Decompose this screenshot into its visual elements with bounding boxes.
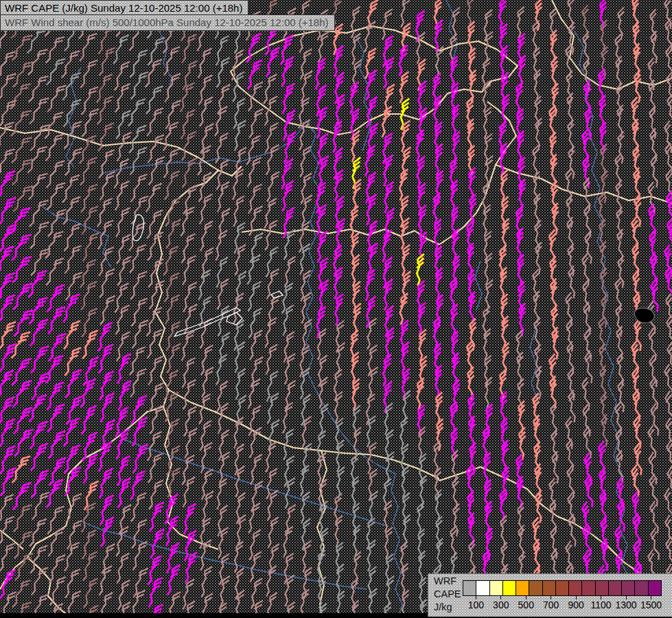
wind-barb	[49, 553, 65, 585]
wind-barb	[202, 593, 213, 613]
wind-barb	[249, 231, 263, 264]
wind-barb	[336, 218, 345, 250]
tick-label: 1500	[640, 599, 662, 610]
wind-barb	[250, 356, 263, 388]
wind-barb	[201, 566, 212, 598]
wind-barb	[80, 58, 97, 90]
wind-barb	[435, 516, 445, 549]
wind-barb	[83, 479, 98, 512]
wind-barb	[12, 356, 32, 388]
wind-barb	[501, 467, 512, 499]
colorbar-cell	[635, 581, 648, 595]
wind-barb	[163, 244, 178, 277]
wind-barb	[45, 34, 65, 66]
wind-barb	[265, 441, 277, 473]
wind-barb	[402, 342, 409, 374]
wind-barb	[517, 401, 529, 433]
wind-barb	[434, 490, 445, 522]
wind-barb	[62, 172, 80, 205]
colorbar-cell	[569, 581, 582, 595]
wind-barb	[452, 504, 463, 536]
wind-barb	[600, 295, 612, 328]
wind-barb	[183, 503, 196, 535]
tick-label: 700	[543, 599, 559, 610]
wind-barb	[0, 541, 15, 573]
colorbar-cell	[649, 581, 661, 595]
wind-barb	[28, 73, 49, 104]
wind-barb	[99, 467, 113, 499]
wind-barb	[130, 47, 148, 80]
title-windshear: WRF Wind shear (m/s) 500/1000hPa Sunday …	[0, 14, 335, 31]
wind-barb	[318, 453, 326, 484]
wind-barb	[598, 95, 609, 128]
wind-barb	[452, 255, 462, 288]
wind-barb	[335, 391, 343, 423]
wind-barb	[466, 119, 476, 151]
wind-barb	[80, 182, 97, 214]
wind-barb	[301, 492, 310, 523]
tick-label: 500	[518, 599, 534, 610]
wind-barb	[148, 354, 163, 387]
wind-barb	[11, 32, 32, 63]
wind-barb	[600, 171, 612, 203]
wind-barb	[616, 380, 629, 412]
wind-barb	[367, 442, 376, 474]
wind-barb	[100, 591, 113, 613]
wind-barb	[66, 394, 82, 426]
wind-barb	[200, 122, 213, 154]
wind-barb	[662, 488, 672, 520]
wind-barb	[67, 518, 82, 551]
colorbar-cell	[543, 581, 556, 595]
wind-barb	[583, 475, 599, 507]
wind-barb	[333, 121, 343, 153]
wind-barb	[384, 603, 392, 613]
wind-barb	[367, 540, 375, 571]
wind-barb	[65, 146, 82, 178]
wind-barb	[29, 419, 47, 451]
river-line	[475, 261, 482, 310]
legend-colorbar	[463, 580, 662, 596]
wind-barb	[115, 206, 130, 238]
wind-barb	[215, 229, 227, 262]
wind-barb	[118, 503, 131, 536]
wind-barb	[164, 71, 181, 104]
wind-barb	[386, 328, 395, 359]
colorbar-cell	[582, 581, 595, 595]
wind-barb	[0, 222, 16, 254]
legend-label-wrf: WRF	[434, 575, 461, 588]
wind-barb	[351, 6, 360, 38]
wind-barb	[614, 154, 626, 186]
wind-barb	[65, 589, 81, 613]
wind-barb	[130, 269, 147, 301]
wind-barb	[599, 538, 613, 571]
wind-barb	[452, 380, 463, 412]
wind-barb	[117, 379, 131, 411]
wind-barb	[63, 221, 81, 253]
wind-barb	[146, 181, 162, 214]
wind-barb	[499, 516, 510, 548]
wind-barb	[399, 45, 408, 77]
wind-barb	[165, 98, 181, 130]
wind-barb	[45, 255, 64, 288]
wind-barb	[64, 540, 80, 573]
wind-barb	[633, 70, 646, 102]
wind-barb	[218, 305, 229, 337]
wind-barb	[264, 317, 277, 349]
wind-barb	[400, 293, 408, 325]
wind-barb	[216, 478, 227, 510]
wind-barb	[484, 107, 491, 139]
wind-barb	[432, 441, 443, 473]
wind-barb	[128, 96, 146, 128]
wind-barb	[531, 145, 542, 177]
wind-barb	[534, 0, 544, 31]
wind-barb	[320, 404, 329, 435]
wind-barb	[382, 106, 392, 138]
wind-barb	[485, 528, 495, 560]
wind-barb	[128, 123, 146, 155]
wind-barb	[117, 552, 130, 584]
wind-barb	[64, 345, 81, 378]
wind-barb	[662, 364, 672, 396]
wind-barb	[317, 231, 327, 263]
wind-barb	[281, 82, 294, 115]
colorbar-cell	[503, 581, 516, 595]
